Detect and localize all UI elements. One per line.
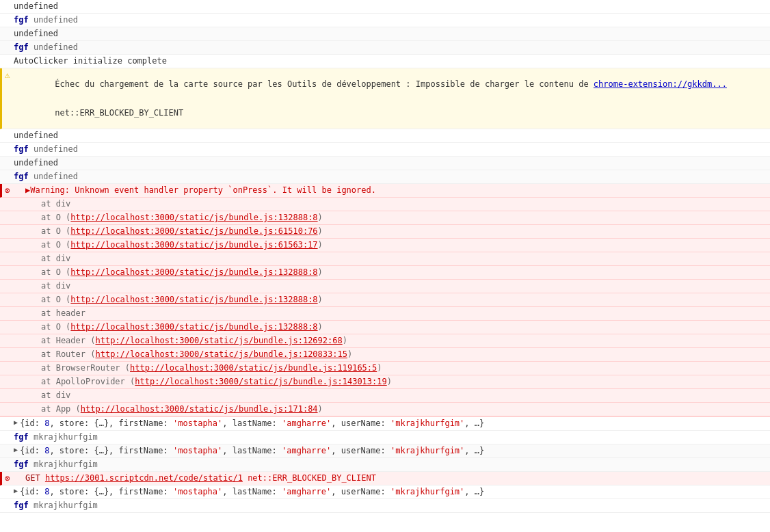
error-block: ⊗ ▶ Warning: Unknown event handler prope… bbox=[0, 184, 770, 417]
console-row: fgf undefined bbox=[0, 14, 770, 27]
stack-link[interactable]: http://localhost:3000/static/js/bundle.j… bbox=[70, 267, 317, 277]
at-label: at O ( bbox=[41, 295, 70, 304]
obj-row: ▶ {id: 8, store: {…}, firstName: 'mostap… bbox=[0, 486, 770, 499]
console-row: undefined bbox=[0, 157, 770, 170]
obj-text: {id: 8, store: {…}, firstName: 'mostapha… bbox=[20, 418, 484, 428]
stack-link[interactable]: http://localhost:3000/static/js/bundle.j… bbox=[135, 377, 386, 386]
console-text: undefined bbox=[34, 172, 78, 181]
get-label: GET bbox=[16, 473, 45, 483]
error-icon: ⊗ bbox=[5, 473, 10, 483]
stack-link[interactable]: http://localhost:3000/static/js/bundle.j… bbox=[70, 322, 317, 332]
stack-row: at App (http://localhost:3000/static/js/… bbox=[0, 403, 770, 416]
error-message: Warning: Unknown event handler property … bbox=[30, 185, 376, 195]
console-row: fgf undefined bbox=[0, 170, 770, 184]
console-row: undefined bbox=[0, 27, 770, 41]
warning-row: ⚠ Échec du chargement de la carte source… bbox=[0, 68, 770, 129]
stack-row: at Header (http://localhost:3000/static/… bbox=[0, 334, 770, 348]
error-header-row: ⊗ ▶ Warning: Unknown event handler prope… bbox=[0, 184, 770, 198]
expand-arrow[interactable]: ▶ bbox=[16, 185, 30, 195]
get-link[interactable]: https://3001.scriptcdn.net/code/static/1 bbox=[45, 473, 243, 483]
console-output: undefined fgf undefined undefined fgf un… bbox=[0, 0, 770, 513]
fgf-keyword: fgf bbox=[14, 172, 29, 181]
console-text: mkrajkhurfgim bbox=[34, 460, 98, 469]
stack-row: at O (http://localhost:3000/static/js/bu… bbox=[0, 239, 770, 252]
at-label: at BrowserRouter ( bbox=[41, 363, 130, 373]
console-row: fgf mkrajkhurfgim bbox=[0, 458, 770, 472]
error-icon: ⊗ bbox=[5, 185, 10, 196]
stack-row: at div bbox=[0, 252, 770, 266]
console-text: mkrajkhurfgim bbox=[34, 501, 98, 510]
at-label: at O ( bbox=[41, 240, 70, 250]
autoclicker-text: AutoClicker initialize complete bbox=[14, 56, 167, 66]
at-label: at div bbox=[41, 281, 70, 291]
console-row: undefined bbox=[0, 129, 770, 143]
expand-icon[interactable]: ▶ bbox=[14, 446, 18, 453]
warning-text: Échec du chargement de la carte source p… bbox=[55, 79, 593, 89]
console-row: undefined bbox=[0, 0, 770, 14]
stack-link[interactable]: http://localhost:3000/static/js/bundle.j… bbox=[70, 213, 317, 222]
warning-icon: ⚠ bbox=[5, 70, 10, 80]
console-row: fgf mkrajkhurfgim bbox=[0, 431, 770, 444]
stack-link[interactable]: http://localhost:3000/static/js/bundle.j… bbox=[70, 226, 317, 236]
stack-link[interactable]: http://localhost:3000/static/js/bundle.j… bbox=[70, 295, 317, 304]
obj-text: {id: 8, store: {…}, firstName: 'mostapha… bbox=[20, 446, 484, 455]
stack-link[interactable]: http://localhost:3000/static/js/bundle.j… bbox=[95, 349, 347, 359]
stack-row: at BrowserRouter (http://localhost:3000/… bbox=[0, 362, 770, 375]
stack-row: at div bbox=[0, 198, 770, 211]
at-label: at header bbox=[41, 308, 85, 318]
console-text: undefined bbox=[14, 158, 58, 168]
stack-row: at div bbox=[0, 389, 770, 403]
stack-row: at O (http://localhost:3000/static/js/bu… bbox=[0, 321, 770, 334]
console-text: undefined bbox=[14, 1, 58, 11]
at-label: at ApolloProvider ( bbox=[41, 377, 135, 386]
stack-row: at O (http://localhost:3000/static/js/bu… bbox=[0, 293, 770, 307]
at-label: at O ( bbox=[41, 213, 70, 222]
fgf-keyword: fgf bbox=[14, 460, 29, 469]
at-label: at div bbox=[41, 199, 70, 209]
warning-suffix: net::ERR_BLOCKED_BY_CLIENT bbox=[55, 108, 183, 118]
at-label: at Header ( bbox=[41, 336, 95, 345]
console-row: AutoClicker initialize complete bbox=[0, 55, 770, 68]
expand-icon[interactable]: ▶ bbox=[14, 418, 18, 426]
console-text: mkrajkhurfgim bbox=[34, 432, 98, 442]
stack-row: at ApolloProvider (http://localhost:3000… bbox=[0, 375, 770, 389]
stack-row: at O (http://localhost:3000/static/js/bu… bbox=[0, 225, 770, 239]
at-label: at O ( bbox=[41, 322, 70, 332]
stack-link[interactable]: http://localhost:3000/static/js/bundle.j… bbox=[81, 404, 318, 414]
at-label: at div bbox=[41, 254, 70, 263]
fgf-keyword: fgf bbox=[14, 432, 29, 442]
obj-row: ▶ {id: 8, store: {…}, firstName: 'mostap… bbox=[0, 417, 770, 431]
obj-row: ▶ {id: 8, store: {…}, firstName: 'mostap… bbox=[0, 444, 770, 458]
at-label: at div bbox=[41, 390, 70, 400]
console-text: undefined bbox=[34, 15, 78, 25]
stack-row: at header bbox=[0, 307, 770, 321]
expand-icon[interactable]: ▶ bbox=[14, 487, 18, 494]
at-label: at Router ( bbox=[41, 349, 95, 359]
stack-row: at O (http://localhost:3000/static/js/bu… bbox=[0, 211, 770, 225]
console-row: fgf undefined bbox=[0, 41, 770, 55]
get-error-text: net::ERR_BLOCKED_BY_CLIENT bbox=[243, 473, 376, 483]
console-row: fgf mkrajkhurfgim bbox=[0, 499, 770, 513]
at-label: at O ( bbox=[41, 226, 70, 236]
at-label: at O ( bbox=[41, 267, 70, 277]
stack-link[interactable]: http://localhost:3000/static/js/bundle.j… bbox=[130, 363, 377, 373]
stack-row: at Router (http://localhost:3000/static/… bbox=[0, 348, 770, 362]
console-text: undefined bbox=[14, 29, 58, 38]
stack-link[interactable]: http://localhost:3000/static/js/bundle.j… bbox=[95, 336, 342, 345]
fgf-keyword: fgf bbox=[14, 501, 29, 510]
obj-text: {id: 8, store: {…}, firstName: 'mostapha… bbox=[20, 487, 484, 496]
stack-row: at div bbox=[0, 280, 770, 293]
fgf-keyword: fgf bbox=[14, 42, 29, 52]
console-text: undefined bbox=[34, 144, 78, 154]
get-error-row: ⊗ GET https://3001.scriptcdn.net/code/st… bbox=[0, 472, 770, 486]
fgf-keyword: fgf bbox=[14, 15, 29, 25]
console-text: undefined bbox=[14, 131, 58, 140]
stack-row: at O (http://localhost:3000/static/js/bu… bbox=[0, 266, 770, 280]
warning-link[interactable]: chrome-extension://gkkdm... bbox=[594, 79, 727, 89]
stack-link[interactable]: http://localhost:3000/static/js/bundle.j… bbox=[70, 240, 317, 250]
at-label: at App ( bbox=[41, 404, 81, 414]
console-row: fgf undefined bbox=[0, 143, 770, 157]
console-text: undefined bbox=[34, 42, 78, 52]
fgf-keyword: fgf bbox=[14, 144, 29, 154]
